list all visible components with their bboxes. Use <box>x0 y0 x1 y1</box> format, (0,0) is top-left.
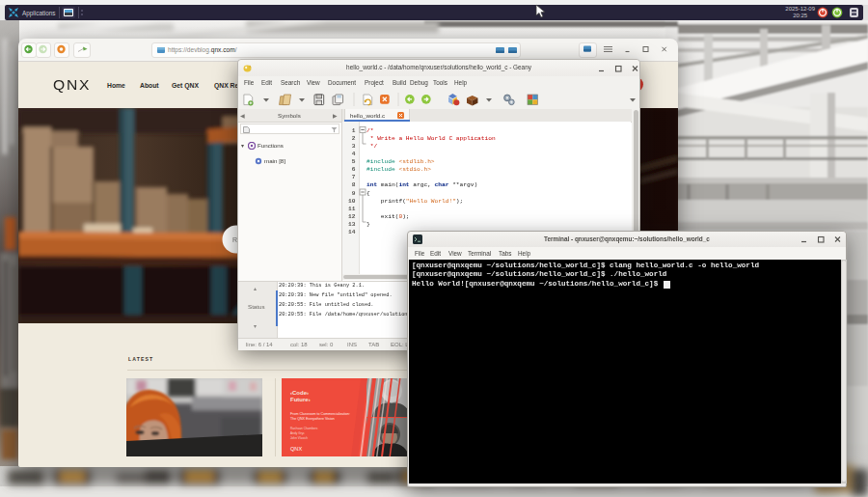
svg-text:Andy Gryc: Andy Gryc <box>290 431 305 435</box>
svg-text:The QNX Everywhere Vision: The QNX Everywhere Vision <box>290 417 335 421</box>
svg-text:From Classroom to Commercializ: From Classroom to Commercialization: <box>290 412 350 416</box>
svg-text:Rashaan Chambers: Rashaan Chambers <box>290 427 318 430</box>
svg-text:QNX: QNX <box>290 446 302 452</box>
svg-text:John Vlasich: John Vlasich <box>290 436 308 440</box>
svg-text:‹Code›: ‹Code› <box>290 390 309 396</box>
svg-text:Future›: Future› <box>290 397 311 402</box>
